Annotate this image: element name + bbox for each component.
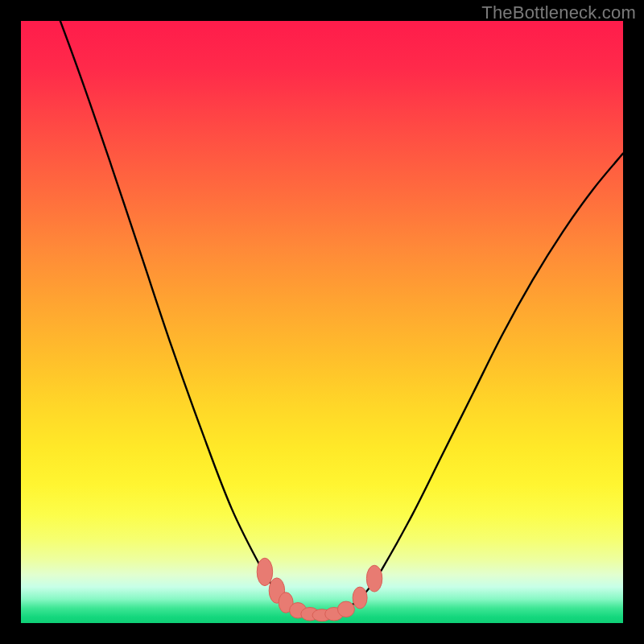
- curve-marker: [337, 601, 354, 617]
- bottleneck-curve: [21, 0, 623, 615]
- curve-markers: [257, 558, 382, 621]
- plot-area: [21, 21, 623, 623]
- curve-marker: [257, 558, 272, 585]
- curve-marker: [353, 587, 367, 609]
- watermark-text: TheBottleneck.com: [481, 2, 636, 23]
- bottleneck-curve-svg: [21, 21, 623, 623]
- chart-frame: TheBottleneck.com: [0, 0, 644, 644]
- curve-marker: [366, 565, 382, 592]
